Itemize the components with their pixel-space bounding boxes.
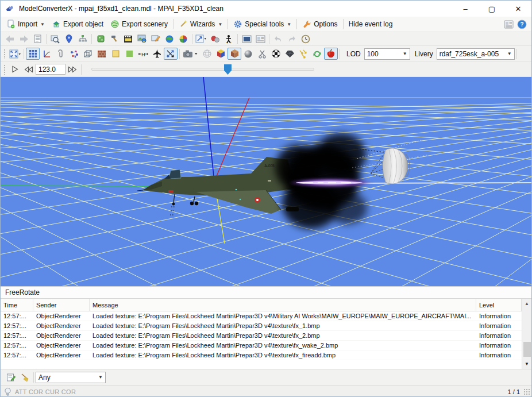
textured-cube-toggle[interactable] <box>228 48 241 60</box>
log-cell-sender: ObjectRenderer <box>33 352 90 359</box>
axes-toggle[interactable] <box>40 48 53 60</box>
camera-button[interactable] <box>182 48 200 60</box>
timeline-slider[interactable] <box>91 68 314 71</box>
toolbar-grip[interactable] <box>3 49 6 59</box>
toolbar-separator <box>46 34 47 44</box>
scrollbar-track[interactable] <box>522 309 532 359</box>
scroll-up-icon[interactable]: ▲ <box>522 299 532 309</box>
scale-button[interactable] <box>194 33 208 45</box>
export-scenery-menu[interactable]: Export scenery <box>107 18 171 30</box>
polygon-toggle[interactable] <box>122 48 136 60</box>
gem-toggle[interactable] <box>283 48 296 60</box>
checker-sphere-toggle[interactable] <box>269 48 283 60</box>
back-button[interactable] <box>3 33 17 45</box>
apple-icon <box>326 49 336 59</box>
form-view-button[interactable] <box>253 33 267 45</box>
aircraft-toggle[interactable] <box>150 48 164 60</box>
merge-button[interactable] <box>208 33 222 45</box>
log-row[interactable]: 12:57:...ObjectRendererLoaded texture: E… <box>1 341 522 350</box>
sphere-toggle[interactable] <box>241 48 255 60</box>
zoom-extents-button[interactable] <box>8 48 22 60</box>
film-icon <box>124 35 133 43</box>
placemark-button[interactable] <box>62 33 76 45</box>
particles-toggle[interactable] <box>67 48 81 60</box>
hierarchy-button[interactable] <box>76 33 90 45</box>
menu-separator <box>173 19 174 29</box>
resize-grip[interactable] <box>523 388 530 395</box>
event-log-panel-icon[interactable] <box>504 20 514 29</box>
cut-toggle[interactable] <box>255 48 269 60</box>
undo-button[interactable] <box>271 33 285 45</box>
animation-editor-button[interactable] <box>121 33 135 45</box>
earth-view-button[interactable] <box>163 33 176 45</box>
model-viewport[interactable]: A-005 <box>1 77 531 286</box>
timeline-slider-thumb[interactable] <box>224 64 232 75</box>
log-row[interactable]: 12:57:...ObjectRendererLoaded texture: E… <box>1 350 522 360</box>
rewind-button[interactable] <box>22 63 36 75</box>
frame-input[interactable]: 123.0 <box>36 64 65 75</box>
color-cube-toggle[interactable] <box>214 48 228 60</box>
wizards-menu[interactable]: Wizards ▼ <box>175 18 226 30</box>
column-header-time[interactable]: Time <box>1 299 33 311</box>
column-header-sender[interactable]: Sender <box>33 299 90 311</box>
texture-toggle[interactable] <box>95 48 109 60</box>
scroll-down-icon[interactable]: ▼ <box>522 359 532 369</box>
image-view-button[interactable] <box>240 33 253 45</box>
log-row[interactable]: 12:57:...ObjectRendererLoaded texture: E… <box>1 311 522 321</box>
clear-log-button[interactable] <box>18 371 32 383</box>
tools-button[interactable] <box>107 33 121 45</box>
jump-origin-button[interactable] <box>222 33 236 45</box>
event-log-scrollbar[interactable]: ▲ ▼ <box>522 299 531 369</box>
redo-button[interactable] <box>285 33 299 45</box>
wireframe-toggle[interactable] <box>81 48 95 60</box>
status-message: ATT COR CUR COR <box>15 388 76 395</box>
app-icon <box>5 4 14 13</box>
hide-event-log-menu[interactable]: Hide event log <box>345 18 396 30</box>
history-button[interactable] <box>299 33 313 45</box>
minimize-button[interactable]: – <box>452 1 479 17</box>
edit-log-button[interactable] <box>4 371 18 383</box>
find-button[interactable] <box>48 33 62 45</box>
log-rows: 12:57:...ObjectRendererLoaded texture: E… <box>1 311 522 360</box>
status-bar: ATT COR CUR COR 1 / 1 <box>1 385 531 397</box>
attach-toggle[interactable] <box>53 48 67 60</box>
scrollbar-thumb[interactable] <box>523 342 531 357</box>
forward-button[interactable] <box>17 33 30 45</box>
column-header-level[interactable]: Level <box>476 299 522 311</box>
log-cell-time: 12:57:... <box>1 342 33 349</box>
hide-event-log-label: Hide event log <box>349 20 393 28</box>
notes-button[interactable] <box>30 33 44 45</box>
log-cell-level: Information <box>476 332 522 339</box>
export-object-menu[interactable]: Export object <box>48 18 107 30</box>
filter-level-select[interactable]: Any ▼ <box>36 372 106 383</box>
column-header-message[interactable]: Message <box>90 299 476 311</box>
statistics-button[interactable] <box>176 33 190 45</box>
log-row[interactable]: 12:57:...ObjectRendererLoaded texture: E… <box>1 331 522 341</box>
wire-sphere-toggle[interactable] <box>200 48 214 60</box>
toolbar-grip[interactable] <box>3 64 6 75</box>
material-editor-button[interactable] <box>94 33 107 45</box>
play-button[interactable] <box>8 63 22 75</box>
grid-toggle[interactable] <box>26 48 40 60</box>
log-row[interactable]: 12:57:...ObjectRendererLoaded texture: E… <box>1 321 522 331</box>
special-tools-menu[interactable]: Special tools ▼ <box>230 18 295 30</box>
image-edit-button[interactable] <box>149 33 163 45</box>
fast-forward-button[interactable] <box>65 63 79 75</box>
export-scenery-label: Export scenery <box>122 20 168 28</box>
image-globe-button[interactable] <box>135 33 149 45</box>
fall-arrows-toggle[interactable] <box>296 48 310 60</box>
dimensions-toggle[interactable]: H <box>136 48 150 60</box>
log-cell-message: Loaded texture: E:\Program Files\Lockhee… <box>90 342 476 349</box>
options-menu[interactable]: Options <box>299 18 341 30</box>
refresh-button[interactable] <box>310 48 324 60</box>
maximize-button[interactable]: ▢ <box>479 1 505 17</box>
lod-value: 100 <box>367 50 379 58</box>
livery-select[interactable]: rdaf_725esk_a-005 ▼ <box>437 48 515 60</box>
lod-select[interactable]: 100 ▼ <box>364 48 410 60</box>
close-button[interactable]: ✕ <box>505 1 531 17</box>
import-menu[interactable]: Import ▼ <box>3 18 48 30</box>
lightmap-toggle[interactable] <box>109 48 122 60</box>
help-icon[interactable]: ? <box>517 20 527 29</box>
apple-toggle[interactable] <box>324 48 338 60</box>
crossed-arrows-toggle[interactable] <box>164 48 178 60</box>
